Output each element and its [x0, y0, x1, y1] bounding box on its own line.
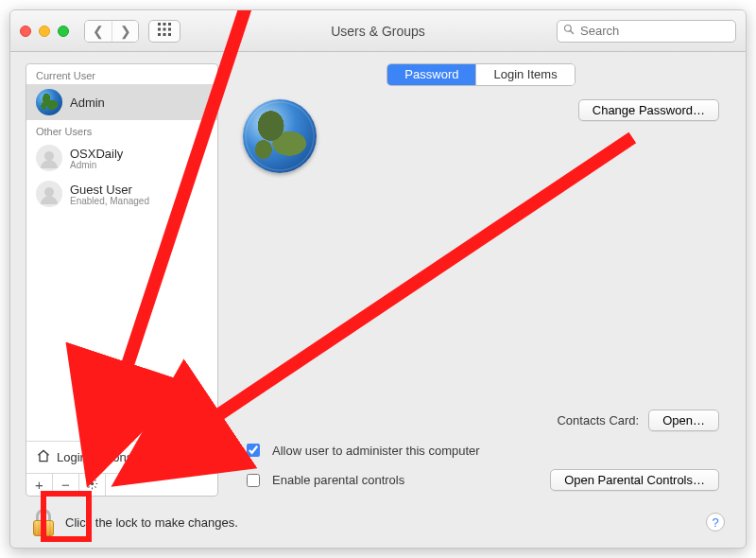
- open-contacts-button[interactable]: Open…: [648, 410, 719, 431]
- section-other-users: Other Users: [26, 120, 217, 140]
- user-name: Admin: [70, 96, 105, 110]
- parental-row: Enable parental controls Open Parental C…: [243, 469, 719, 491]
- remove-user-button[interactable]: −: [53, 474, 79, 496]
- back-button[interactable]: ❮: [85, 21, 112, 42]
- plus-icon: +: [35, 477, 43, 493]
- window-controls: [20, 26, 69, 37]
- window-body: Current User Admin Other Users OSXDaily …: [10, 52, 746, 548]
- contacts-card-label: Contacts Card:: [557, 413, 639, 427]
- titlebar: ❮ ❯ Users & Groups: [10, 10, 746, 52]
- sidebar-toolbar: + −: [26, 473, 217, 496]
- svg-rect-0: [158, 23, 161, 26]
- user-name: OSXDaily: [70, 147, 123, 161]
- search-icon: [563, 24, 575, 38]
- open-parental-controls-button[interactable]: Open Parental Controls…: [550, 469, 719, 491]
- admin-checkbox[interactable]: [247, 444, 260, 457]
- columns: Current User Admin Other Users OSXDaily …: [26, 63, 730, 497]
- user-role: Admin: [70, 160, 123, 170]
- admin-checkbox-label: Allow user to administer this computer: [272, 444, 480, 458]
- change-password-button[interactable]: Change Password…: [578, 99, 719, 121]
- users-sidebar: Current User Admin Other Users OSXDaily …: [26, 63, 218, 497]
- parental-checkbox-label: Enable parental controls: [272, 473, 404, 487]
- help-icon: ?: [712, 515, 718, 530]
- lock-button[interactable]: [31, 508, 56, 536]
- svg-rect-7: [163, 33, 166, 36]
- svg-rect-2: [168, 23, 171, 26]
- add-user-button[interactable]: +: [26, 474, 53, 496]
- search-input[interactable]: [578, 23, 741, 39]
- lock-hint-text: Click the lock to make changes.: [65, 515, 238, 530]
- svg-rect-1: [163, 23, 166, 26]
- svg-line-10: [571, 31, 574, 34]
- bottom-controls: Contacts Card: Open… Allow user to admin…: [232, 410, 730, 497]
- login-options-button[interactable]: Login Options: [26, 441, 217, 473]
- svg-rect-6: [158, 33, 161, 36]
- forward-button[interactable]: ❯: [112, 21, 138, 42]
- tab-login-items[interactable]: Login Items: [475, 64, 574, 85]
- tabs: Password Login Items: [387, 63, 575, 86]
- avatar-earth-icon: [36, 89, 62, 115]
- house-icon: [36, 448, 51, 466]
- user-picture[interactable]: [243, 99, 317, 173]
- section-current-user: Current User: [26, 64, 217, 84]
- svg-rect-8: [168, 33, 171, 36]
- minus-icon: −: [61, 477, 70, 493]
- user-row-guest[interactable]: Guest User Enabled, Managed: [26, 176, 217, 212]
- svg-rect-5: [168, 28, 171, 31]
- top-row: Change Password…: [232, 99, 730, 173]
- avatar-placeholder-icon: [36, 181, 62, 207]
- login-options-label: Login Options: [57, 450, 132, 464]
- user-actions-button[interactable]: [79, 474, 106, 496]
- search-field[interactable]: [557, 20, 736, 43]
- minimize-window-button[interactable]: [39, 26, 50, 37]
- tab-password[interactable]: Password: [387, 64, 475, 85]
- contacts-row: Contacts Card: Open…: [243, 410, 719, 431]
- svg-rect-3: [158, 28, 161, 31]
- show-all-prefs-button[interactable]: [148, 20, 180, 43]
- user-row-osxdaily[interactable]: OSXDaily Admin: [26, 140, 217, 176]
- avatar-placeholder-icon: [36, 145, 62, 171]
- help-button[interactable]: ?: [706, 513, 725, 532]
- nav-back-forward: ❮ ❯: [84, 20, 139, 43]
- svg-rect-4: [163, 28, 166, 31]
- user-status: Enabled, Managed: [70, 196, 149, 206]
- user-name: Guest User: [70, 183, 149, 197]
- user-row-current[interactable]: Admin: [26, 84, 217, 120]
- grid-icon: [158, 23, 171, 39]
- parental-checkbox[interactable]: [247, 474, 260, 487]
- footer: Click the lock to make changes. ?: [26, 504, 730, 538]
- gear-icon: [86, 477, 98, 493]
- prefs-window: ❮ ❯ Users & Groups Current User: [9, 9, 747, 549]
- svg-point-11: [91, 482, 94, 486]
- admin-row: Allow user to administer this computer: [243, 441, 719, 460]
- user-detail-pane: Password Login Items Change Password… Co…: [232, 63, 730, 497]
- zoom-window-button[interactable]: [58, 26, 69, 37]
- close-window-button[interactable]: [20, 26, 31, 37]
